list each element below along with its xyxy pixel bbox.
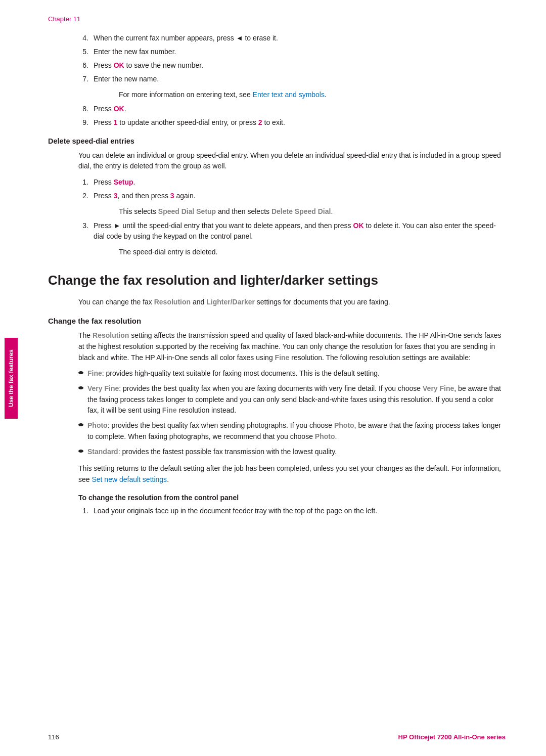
veryfine-label: Very Fine xyxy=(87,384,119,392)
bullet-dot xyxy=(78,386,83,389)
bullet-text: Standard: provides the fastest possible … xyxy=(87,447,337,458)
lighter-darker-highlight: Lighter/Darker xyxy=(206,298,255,306)
sub-heading-fax-resolution: Change the fax resolution xyxy=(48,317,506,325)
ok-highlight: OK xyxy=(114,105,124,113)
step7-subtext: For more information on entering text, s… xyxy=(119,90,506,101)
fine-highlight: Fine xyxy=(275,353,290,362)
step2-subtext: This selects Speed Dial Setup and then s… xyxy=(119,206,506,217)
photo-inline2: Photo xyxy=(315,432,335,440)
fine-inline: Fine xyxy=(162,406,177,414)
bullet-item-standard: Standard: provides the fastest possible … xyxy=(78,447,506,458)
list-item: 9. Press 1 to update another speed-dial … xyxy=(78,117,506,128)
resolution-body: The Resolution setting affects the trans… xyxy=(78,330,506,363)
step-text: Press ► until the speed-dial entry that … xyxy=(94,220,506,242)
num-bold: 2 xyxy=(258,118,262,126)
list-item: 2. Press 3, and then press 3 again. xyxy=(78,191,506,201)
list-item: 1. Press Setup. xyxy=(78,177,506,188)
bullet-text: Photo: provides the best quality fax whe… xyxy=(87,420,506,442)
bullet-dot xyxy=(78,450,83,453)
page-footer: 116 HP Officejet 7200 All-in-One series xyxy=(0,733,546,741)
step-num: 5. xyxy=(78,47,88,57)
bullet-item-veryfine: Very Fine: provides the best quality fax… xyxy=(78,383,506,416)
resolution-bullets: Fine: provides high-quality text suitabl… xyxy=(78,368,506,457)
bullet-item-photo: Photo: provides the best quality fax whe… xyxy=(78,420,506,442)
num-bold: 3 xyxy=(114,192,118,200)
list-item: 7. Enter the new name. xyxy=(78,74,506,84)
delete-section-body: You can delete an individual or group sp… xyxy=(78,150,506,172)
bullet-item-fine: Fine: provides high-quality text suitabl… xyxy=(78,368,506,379)
list-item: 5. Enter the new fax number. xyxy=(78,47,506,57)
step-text: Press 1 to update another speed-dial ent… xyxy=(94,117,285,128)
step-num: 7. xyxy=(78,74,88,84)
bullet-text: Very Fine: provides the best quality fax… xyxy=(87,383,506,416)
step-num: 2. xyxy=(78,191,88,201)
delete-speed-dial: Delete Speed Dial xyxy=(271,207,331,215)
enter-text-link[interactable]: Enter text and symbols xyxy=(253,91,325,99)
setup-highlight: Setup xyxy=(114,178,133,186)
control-panel-steps: 1. Load your originals face up in the do… xyxy=(78,506,506,516)
footer-brand: HP Officejet 7200 All-in-One series xyxy=(398,733,506,741)
photo-inline: Photo xyxy=(334,421,354,429)
veryfine-inline: Very Fine xyxy=(423,384,454,392)
photo-label: Photo xyxy=(87,421,108,429)
resolution-highlight: Resolution xyxy=(154,298,191,306)
step-num: 3. xyxy=(78,220,88,242)
step-text: Enter the new name. xyxy=(94,74,159,84)
list-item: 1. Load your originals face up in the do… xyxy=(78,506,506,516)
step-text: Press OK. xyxy=(94,104,126,114)
step-text: Press OK to save the new number. xyxy=(94,60,203,71)
fine-label: Fine xyxy=(87,369,102,377)
delete-step3: 3. Press ► until the speed-dial entry th… xyxy=(78,220,506,242)
num-bold: 1 xyxy=(114,118,118,126)
step3-subtext: The speed-dial entry is deleted. xyxy=(119,247,506,258)
main-intro: You can change the fax Resolution and Li… xyxy=(78,297,506,308)
default-setting-body: This setting returns to the default sett… xyxy=(78,463,506,485)
step-num: 4. xyxy=(78,33,88,43)
list-item: 6. Press OK to save the new number. xyxy=(78,60,506,71)
set-default-link[interactable]: Set new default settings xyxy=(92,475,167,483)
ok-highlight: OK xyxy=(114,61,124,69)
side-tab: Use the fax features xyxy=(5,338,18,419)
bullet-dot xyxy=(78,423,83,426)
step-num: 1. xyxy=(78,506,88,516)
num-bold: 3 xyxy=(170,192,174,200)
list-item: 3. Press ► until the speed-dial entry th… xyxy=(78,220,506,242)
step-text: Press 3, and then press 3 again. xyxy=(94,191,196,201)
page-container: Use the fax features Chapter 11 4. When … xyxy=(0,0,546,756)
step-text: Load your originals face up in the docum… xyxy=(94,506,377,516)
speed-dial-setup: Speed Dial Setup xyxy=(158,207,216,215)
list-item: 8. Press OK. xyxy=(78,104,506,114)
step-num: 8. xyxy=(78,104,88,114)
standard-label: Standard xyxy=(87,448,118,456)
resolution-highlight: Resolution xyxy=(93,331,129,339)
main-heading: Change the fax resolution and lighter/da… xyxy=(48,273,506,288)
step-text: Press Setup. xyxy=(94,177,135,188)
control-panel-heading: To change the resolution from the contro… xyxy=(78,494,506,502)
step-num: 9. xyxy=(78,117,88,128)
footer-page-num: 116 xyxy=(48,733,59,741)
steps-8-9: 8. Press OK. 9. Press 1 to update anothe… xyxy=(78,104,506,128)
top-steps-list: 4. When the current fax number appears, … xyxy=(78,33,506,84)
delete-section-heading: Delete speed-dial entries xyxy=(48,137,506,145)
chapter-label: Chapter 11 xyxy=(48,15,506,23)
step-num: 1. xyxy=(78,177,88,188)
bullet-dot xyxy=(78,371,83,374)
bullet-text: Fine: provides high-quality text suitabl… xyxy=(87,368,380,379)
ok-highlight: OK xyxy=(353,221,364,230)
delete-steps: 1. Press Setup. 2. Press 3, and then pre… xyxy=(78,177,506,201)
step-text: When the current fax number appears, pre… xyxy=(94,33,278,43)
list-item: 4. When the current fax number appears, … xyxy=(78,33,506,43)
step-num: 6. xyxy=(78,60,88,71)
step-text: Enter the new fax number. xyxy=(94,47,176,57)
